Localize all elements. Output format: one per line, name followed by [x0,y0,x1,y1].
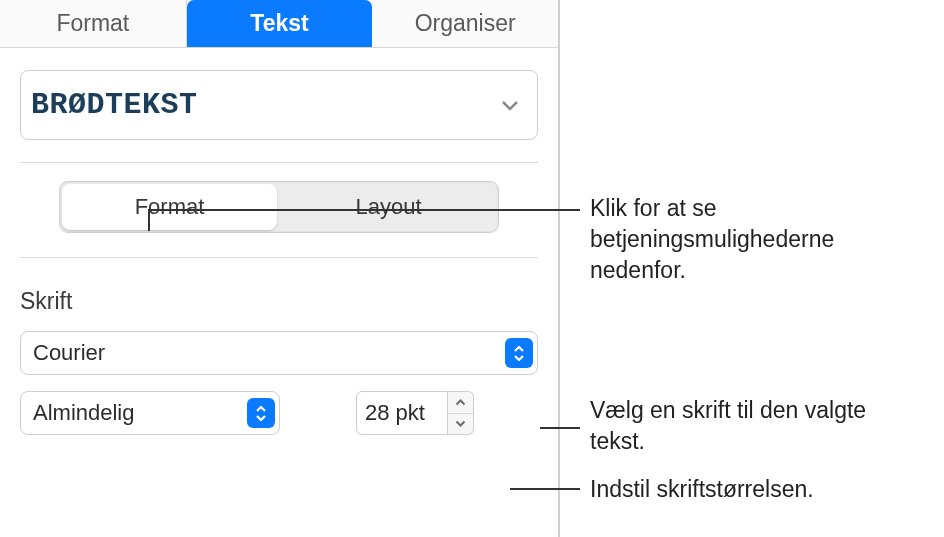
updown-icon [247,398,275,428]
callout-subtab: Klik for at se betjeningsmulighederne ne… [590,193,930,286]
font-family-value: Courier [33,340,105,366]
divider [20,257,538,258]
callout-leader [148,209,150,231]
font-weight-value: Almindelig [33,400,135,426]
sub-tabs: Format Layout [59,181,499,233]
paragraph-style-label: BRØDTEKST [31,88,198,122]
updown-icon [505,338,533,368]
font-size-field[interactable]: 28 pkt [356,391,448,435]
font-size-stepper [448,391,474,435]
font-size-step-up[interactable] [448,392,473,414]
sub-tab-layout[interactable]: Layout [281,184,496,230]
font-size-value: 28 pkt [365,400,425,426]
inspector-panel: Format Tekst Organiser BRØDTEKST Format … [0,0,560,537]
font-weight-popup[interactable]: Almindelig [20,391,280,435]
callout-leader [510,488,580,490]
font-size-step-down[interactable] [448,414,473,435]
divider [20,162,538,163]
chevron-down-icon [499,94,521,116]
top-tabs: Format Tekst Organiser [0,0,558,48]
font-family-popup[interactable]: Courier [20,331,538,375]
tab-tekst[interactable]: Tekst [187,0,373,47]
font-size-control: 28 pkt [356,391,474,435]
callout-font-size: Indstil skriftstørrelsen. [590,474,920,505]
sub-tab-format[interactable]: Format [62,184,277,230]
tab-format[interactable]: Format [0,0,187,47]
paragraph-style-picker[interactable]: BRØDTEKST [20,70,538,140]
callout-leader [540,427,580,429]
tab-organiser[interactable]: Organiser [372,0,558,47]
font-section-label: Skrift [20,288,538,315]
callout-font-family: Vælg en skrift til den valgte tekst. [590,395,910,457]
callout-leader [148,209,580,211]
